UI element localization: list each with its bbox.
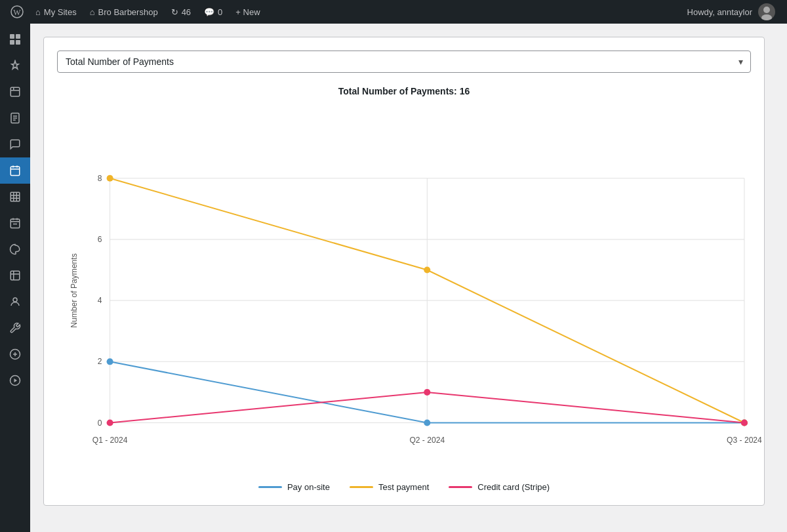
legend-pay-onsite-label: Pay on-site <box>287 482 330 492</box>
svg-point-3 <box>761 14 772 20</box>
svg-point-29 <box>13 298 17 302</box>
svg-text:8: 8 <box>98 174 102 183</box>
my-sites-menu[interactable]: ⌂ My Sites <box>29 0 83 24</box>
my-sites-label: My Sites <box>44 7 77 17</box>
sidebar-item-tools[interactable] <box>0 315 30 341</box>
legend-credit-card-line <box>449 486 472 488</box>
howdy-label: Howdy, anntaylor <box>687 7 752 17</box>
pay-onsite-dot-q2 <box>424 419 430 426</box>
main-layout: Total Number of Payments Total Revenue A… <box>0 24 787 532</box>
test-payment-dot-q2 <box>424 266 430 273</box>
chart-area: Number of Payments 8 6 4 2 <box>57 107 751 477</box>
svg-text:6: 6 <box>98 235 102 244</box>
comments-count: 0 <box>218 7 222 17</box>
credit-card-dot-q2 <box>424 389 430 396</box>
sidebar-item-plugins[interactable] <box>0 262 30 289</box>
svg-rect-5 <box>16 34 20 39</box>
svg-rect-7 <box>16 40 20 45</box>
sidebar-item-play[interactable] <box>0 367 30 394</box>
svg-text:0: 0 <box>98 419 102 428</box>
comment-icon: 💬 <box>204 7 214 17</box>
sidebar-item-pages[interactable] <box>0 105 30 131</box>
sidebar-item-add[interactable] <box>0 341 30 367</box>
svg-text:2: 2 <box>98 357 102 366</box>
svg-rect-19 <box>10 192 20 201</box>
sidebar-item-comments[interactable] <box>0 131 30 157</box>
site-home-icon: ⌂ <box>90 7 95 17</box>
test-payment-dot-q1 <box>107 175 113 182</box>
comments-link[interactable]: 💬 0 <box>197 0 229 24</box>
chart-container: Total Number of Payments Total Revenue A… <box>43 37 765 506</box>
credit-card-dot-q3 <box>741 419 748 426</box>
legend-test-payment-line <box>350 486 373 488</box>
y-axis-label: Number of Payments <box>70 253 79 327</box>
legend-test-payment: Test payment <box>350 482 429 492</box>
svg-text:Q1 - 2024: Q1 - 2024 <box>92 436 128 445</box>
legend-credit-card-label: Credit card (Stripe) <box>477 482 550 492</box>
topbar: W ⌂ My Sites ⌂ Bro Barbershop ↻ 46 💬 0 +… <box>0 0 787 24</box>
chart-title: Total Number of Payments: 16 <box>57 86 751 96</box>
sidebar-item-table[interactable] <box>0 184 30 210</box>
topbar-right: Howdy, anntaylor <box>681 3 782 20</box>
wp-logo[interactable]: W <box>5 0 29 24</box>
line-chart-svg: Number of Payments 8 6 4 2 <box>57 107 751 474</box>
svg-rect-4 <box>10 34 14 39</box>
credit-card-dot-q1 <box>107 419 113 426</box>
svg-marker-34 <box>14 379 18 382</box>
chart-legend: Pay on-site Test payment Credit card (St… <box>57 482 751 492</box>
sidebar-item-dashboard[interactable] <box>0 26 30 52</box>
updates-count: 46 <box>182 7 191 17</box>
svg-rect-6 <box>10 40 14 45</box>
new-content-button[interactable]: + New <box>229 0 266 24</box>
svg-text:4: 4 <box>98 296 102 305</box>
legend-test-payment-label: Test payment <box>378 482 429 492</box>
site-label: Bro Barbershop <box>98 7 158 17</box>
sidebar-item-users[interactable] <box>0 289 30 315</box>
legend-credit-card: Credit card (Stripe) <box>449 482 550 492</box>
sidebar-item-booking[interactable] <box>0 79 30 105</box>
refresh-icon: ↻ <box>171 7 178 17</box>
sidebar <box>0 24 30 532</box>
svg-rect-15 <box>10 167 20 176</box>
legend-pay-onsite: Pay on-site <box>258 482 330 492</box>
updates-link[interactable]: ↻ 46 <box>165 0 197 24</box>
svg-text:W: W <box>13 8 21 17</box>
howdy-user[interactable]: Howdy, anntaylor <box>681 3 782 20</box>
legend-pay-onsite-line <box>258 486 282 488</box>
pay-onsite-dot-q1 <box>107 358 113 365</box>
svg-text:Q2 - 2024: Q2 - 2024 <box>409 436 445 445</box>
metric-dropdown[interactable]: Total Number of Payments Total Revenue A… <box>57 51 751 73</box>
site-link[interactable]: ⌂ Bro Barbershop <box>83 0 165 24</box>
metric-dropdown-wrapper: Total Number of Payments Total Revenue A… <box>57 51 751 73</box>
sidebar-item-calendar[interactable] <box>0 157 30 184</box>
sidebar-item-appearance[interactable] <box>0 236 30 262</box>
svg-rect-8 <box>10 87 20 96</box>
home-icon: ⌂ <box>35 7 41 17</box>
content-area: Total Number of Payments Total Revenue A… <box>30 24 787 532</box>
new-label: + New <box>235 7 260 17</box>
sidebar-item-calendar2[interactable] <box>0 210 30 236</box>
sidebar-item-pin[interactable] <box>0 52 30 79</box>
svg-point-2 <box>763 7 770 13</box>
svg-text:Q3 - 2024: Q3 - 2024 <box>727 436 762 445</box>
